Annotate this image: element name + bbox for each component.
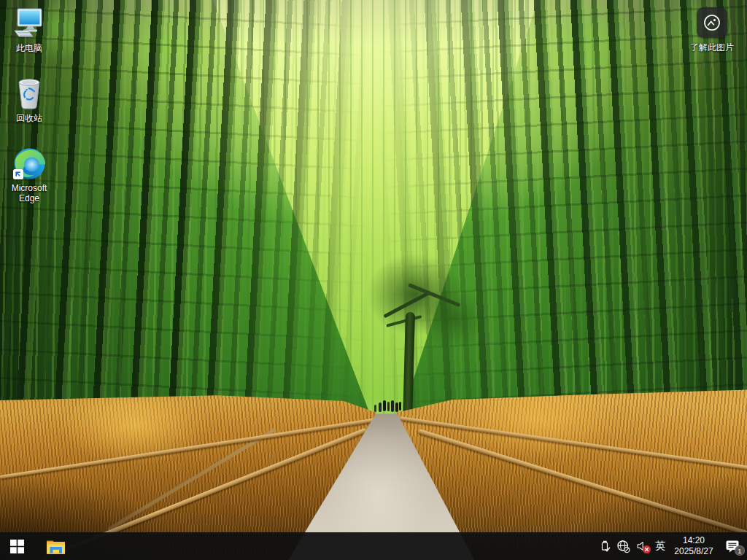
ime-language-indicator[interactable]: 英	[651, 532, 670, 560]
clock-time: 14:20	[671, 535, 716, 546]
microsoft-edge-icon	[12, 146, 47, 181]
network-globe-no-internet-icon[interactable]	[614, 532, 632, 560]
action-center-button[interactable]: 1	[718, 532, 747, 560]
desktop-icon-label: 回收站	[16, 113, 42, 123]
wallpaper-bamboo-forest	[0, 0, 747, 560]
taskbar: 英 14:20 2025/8/27 1	[0, 532, 747, 560]
this-pc-icon	[12, 6, 47, 41]
start-button[interactable]	[0, 532, 34, 560]
desktop-icon-label: 此电脑	[16, 43, 42, 53]
desktop-icon-microsoft-edge[interactable]: Microsoft Edge	[0, 144, 58, 204]
recycle-bin-icon	[12, 76, 47, 111]
spotlight-label: 了解此图片	[690, 42, 734, 52]
shortcut-arrow-icon	[13, 169, 23, 179]
desktop-icon-recycle-bin[interactable]: 回收站	[0, 74, 58, 123]
desktop-icon-label: Microsoft Edge	[1, 183, 58, 204]
windows-start-icon	[10, 540, 24, 553]
spotlight-image-icon	[697, 7, 727, 38]
clock-date: 2025/8/27	[671, 546, 716, 557]
usb-safely-remove-icon[interactable]	[596, 532, 614, 560]
system-tray: 英 14:20 2025/8/27 1	[596, 532, 747, 560]
wallpaper-vignette	[0, 0, 747, 560]
desktop-icon-this-pc[interactable]: 此电脑	[0, 4, 58, 53]
spotlight-learn-about-picture[interactable]: 了解此图片	[681, 7, 743, 52]
volume-mute-badge	[643, 545, 651, 553]
desktop-screen: 此电脑 回收站	[0, 0, 747, 560]
volume-muted-icon[interactable]	[632, 532, 651, 560]
notification-count-badge: 1	[735, 545, 745, 556]
taskbar-clock[interactable]: 14:20 2025/8/27	[670, 535, 718, 556]
file-explorer-button[interactable]	[39, 532, 71, 560]
file-explorer-icon	[46, 538, 66, 555]
